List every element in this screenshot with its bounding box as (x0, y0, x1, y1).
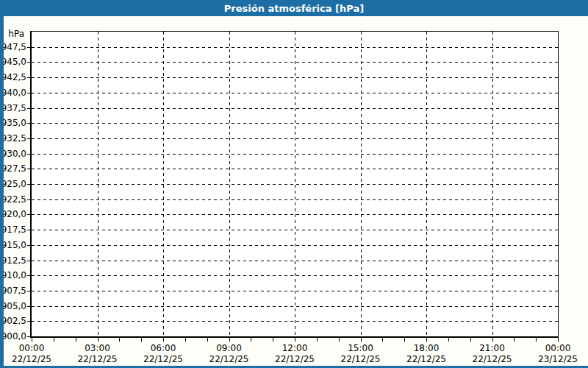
x-axis-tick (404, 338, 405, 342)
y-axis-tick (27, 214, 30, 215)
x-tick-time-label: 00:00 (0, 343, 65, 353)
x-axis-tick (448, 338, 449, 342)
x-axis-tick (295, 338, 295, 342)
x-axis-tick (98, 338, 98, 342)
y-axis-tick (27, 47, 30, 48)
x-axis-tick (207, 338, 208, 342)
x-tick-date-label: 22/12/25 (65, 354, 131, 364)
y-axis-tick (27, 230, 30, 230)
v-gridline (98, 32, 98, 336)
x-axis-tick (514, 338, 514, 342)
x-axis-tick (492, 338, 493, 342)
x-axis-tick (470, 338, 471, 342)
x-tick-time-label: 21:00 (459, 343, 526, 353)
frame-border-right (0, 0, 4, 368)
y-axis-tick (27, 123, 30, 124)
y-tick-label: 902,5 (0, 315, 26, 327)
y-tick-label: 945,0 (0, 56, 26, 68)
y-tick-label: 935,0 (0, 117, 26, 129)
x-axis-tick (54, 338, 54, 342)
pressure-chart-window: Presión atmosférica [hPa] hPa 947,5945,0… (0, 0, 588, 368)
x-tick-time-label: 00:00 (525, 343, 588, 353)
chart-title-bar: Presión atmosférica [hPa] (0, 0, 588, 16)
y-axis-tick (27, 154, 30, 155)
y-tick-label: 920,0 (0, 208, 26, 220)
y-axis-tick (27, 77, 30, 78)
y-tick-label: 917,5 (0, 224, 26, 236)
x-axis-tick (536, 338, 537, 342)
y-axis-tick (27, 245, 30, 246)
x-tick-date-label: 22/12/25 (262, 354, 328, 364)
v-gridline (295, 32, 295, 336)
y-axis-tick (27, 93, 30, 93)
x-axis-tick (32, 338, 32, 342)
x-tick-date-label: 22/12/25 (328, 354, 394, 364)
y-axis-tick (27, 184, 30, 185)
y-tick-label: 937,5 (0, 102, 26, 114)
x-tick-time-label: 15:00 (328, 343, 394, 353)
x-axis-tick (141, 338, 142, 342)
y-axis-tick (27, 169, 30, 169)
y-tick-label: 905,0 (0, 300, 26, 312)
y-axis-tick (27, 108, 30, 109)
x-axis-tick (185, 338, 186, 342)
y-tick-label: 925,0 (0, 178, 26, 190)
y-axis-tick (27, 62, 30, 63)
v-gridline (426, 32, 427, 336)
y-tick-label: 922,5 (0, 194, 26, 205)
x-axis-tick (273, 338, 273, 342)
x-tick-time-label: 09:00 (196, 343, 262, 353)
y-axis-tick (27, 336, 30, 337)
y-tick-label: 932,5 (0, 132, 26, 144)
y-tick-label: 912,5 (0, 255, 26, 266)
x-axis-tick (317, 338, 318, 342)
y-tick-label: 900,0 (0, 330, 26, 342)
y-tick-label: 940,0 (0, 87, 26, 99)
y-axis-tick (27, 138, 30, 139)
x-axis-tick (229, 338, 230, 342)
x-axis-tick (361, 338, 362, 342)
y-axis-tick (27, 275, 30, 276)
x-axis-tick (251, 338, 251, 342)
chart-title: Presión atmosférica [hPa] (224, 3, 364, 14)
y-tick-label: 942,5 (0, 71, 26, 83)
x-tick-date-label: 22/12/25 (0, 354, 65, 364)
y-axis-tick (27, 306, 30, 307)
y-tick-label: 907,5 (0, 285, 26, 297)
x-tick-date-label: 22/12/25 (393, 354, 459, 364)
y-tick-label: 927,5 (0, 163, 26, 174)
v-gridline (492, 32, 493, 336)
v-gridline (361, 32, 362, 336)
x-axis-tick (558, 338, 559, 342)
x-tick-date-label: 22/12/25 (130, 354, 196, 364)
x-axis-tick (339, 338, 340, 342)
y-axis-tick (27, 261, 30, 261)
y-tick-label: 910,0 (0, 269, 26, 281)
x-axis-tick (163, 338, 164, 342)
x-axis-tick (382, 338, 383, 342)
y-axis-tick (27, 199, 30, 200)
y-tick-label: 947,5 (0, 41, 26, 53)
x-tick-date-label: 23/12/25 (525, 354, 588, 364)
plot-area (30, 31, 559, 338)
x-tick-date-label: 22/12/25 (459, 354, 526, 364)
y-tick-label: 930,0 (0, 148, 26, 160)
x-tick-time-label: 06:00 (130, 343, 196, 353)
y-tick-label: 915,0 (0, 239, 26, 251)
x-tick-date-label: 22/12/25 (196, 354, 262, 364)
y-axis-tick (27, 321, 30, 322)
y-axis-tick (27, 291, 30, 291)
v-gridline (163, 32, 164, 336)
x-axis-tick (426, 338, 427, 342)
v-gridline (229, 32, 230, 336)
x-axis-tick (76, 338, 76, 342)
x-tick-time-label: 03:00 (65, 343, 131, 353)
x-axis-tick (119, 338, 120, 342)
x-tick-time-label: 18:00 (393, 343, 459, 353)
x-tick-time-label: 12:00 (262, 343, 328, 353)
